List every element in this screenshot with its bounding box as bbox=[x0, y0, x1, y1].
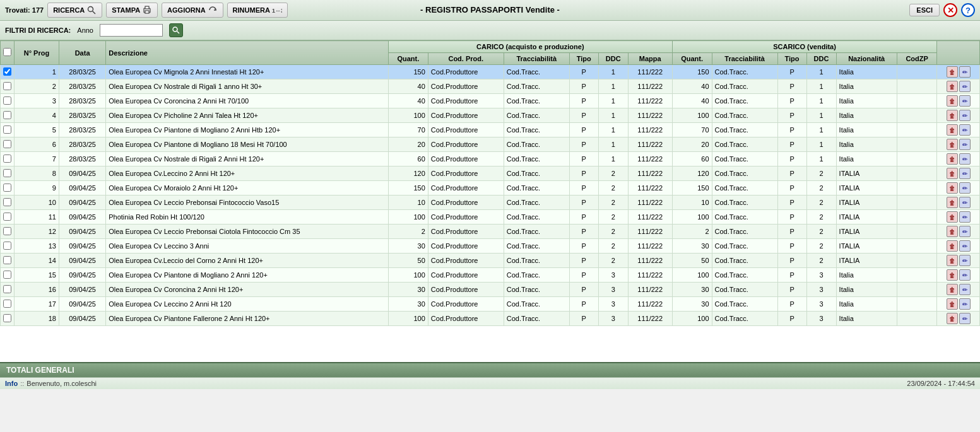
row-checkbox[interactable] bbox=[3, 155, 11, 163]
row-delete-button[interactable]: 🗑 bbox=[947, 298, 958, 310]
row-delete-button[interactable]: 🗑 bbox=[947, 124, 958, 136]
anno-input[interactable] bbox=[100, 24, 163, 37]
row-checkbox-cell[interactable] bbox=[1, 239, 15, 254]
row-checkbox-cell[interactable] bbox=[1, 268, 15, 283]
row-checkbox[interactable] bbox=[3, 140, 11, 148]
row-checkbox[interactable] bbox=[3, 111, 11, 119]
row-checkbox-cell[interactable] bbox=[1, 254, 15, 268]
aggiorna-button[interactable]: AGGIORNA bbox=[162, 3, 223, 18]
row-checkbox-cell[interactable] bbox=[1, 152, 15, 166]
rinumera-button[interactable]: RINUMERA 1↔3 bbox=[227, 3, 288, 18]
row-delete-button[interactable]: 🗑 bbox=[947, 139, 958, 150]
select-all-header[interactable] bbox=[1, 41, 15, 65]
ricerca-button[interactable]: RICERCA bbox=[47, 3, 102, 18]
row-delete-button[interactable]: 🗑 bbox=[947, 168, 958, 179]
row-date: 28/03/25 bbox=[59, 123, 105, 137]
row-s-codzp bbox=[897, 79, 937, 94]
row-checkbox[interactable] bbox=[3, 126, 11, 134]
row-delete-button[interactable]: 🗑 bbox=[947, 284, 958, 295]
row-checkbox[interactable] bbox=[3, 300, 11, 308]
row-actions-cell: 🗑 ✏ bbox=[937, 94, 980, 108]
row-checkbox-cell[interactable] bbox=[1, 210, 15, 225]
anno-search-button[interactable] bbox=[169, 23, 183, 37]
row-s-tipo: P bbox=[777, 79, 806, 94]
row-c-cod: Cod.Produttore bbox=[428, 312, 504, 326]
row-checkbox-cell[interactable] bbox=[1, 137, 15, 152]
help-button[interactable]: ? bbox=[961, 3, 975, 17]
row-checkbox[interactable] bbox=[3, 82, 11, 90]
row-edit-button[interactable]: ✏ bbox=[959, 81, 971, 92]
row-delete-button[interactable]: 🗑 bbox=[947, 182, 958, 194]
row-s-codzp bbox=[897, 283, 937, 297]
row-edit-button[interactable]: ✏ bbox=[959, 95, 971, 107]
row-delete-button[interactable]: 🗑 bbox=[947, 255, 958, 266]
row-checkbox[interactable] bbox=[3, 242, 11, 250]
row-checkbox-cell[interactable] bbox=[1, 312, 15, 326]
row-checkbox[interactable] bbox=[3, 213, 11, 221]
row-checkbox-cell[interactable] bbox=[1, 283, 15, 297]
select-all-checkbox[interactable] bbox=[3, 48, 11, 56]
data-table-wrapper: N° Prog Data Descrizione CARICO (acquist… bbox=[0, 40, 980, 362]
close-button[interactable]: ✕ bbox=[943, 3, 957, 17]
table-row: 18 09/04/25 Olea Europea Cv Piantone Fal… bbox=[1, 312, 980, 326]
row-delete-button[interactable]: 🗑 bbox=[947, 95, 958, 107]
row-edit-button[interactable]: ✏ bbox=[959, 168, 971, 179]
row-edit-button[interactable]: ✏ bbox=[959, 110, 971, 121]
row-delete-button[interactable]: 🗑 bbox=[947, 226, 958, 237]
row-checkbox[interactable] bbox=[3, 169, 11, 177]
row-delete-button[interactable]: 🗑 bbox=[947, 110, 958, 121]
row-edit-button[interactable]: ✏ bbox=[959, 139, 971, 150]
row-checkbox-cell[interactable] bbox=[1, 181, 15, 196]
row-checkbox[interactable] bbox=[3, 184, 11, 192]
row-c-tipo: P bbox=[569, 312, 598, 326]
row-delete-button[interactable]: 🗑 bbox=[947, 153, 958, 165]
row-edit-button[interactable]: ✏ bbox=[959, 298, 971, 310]
row-checkbox[interactable] bbox=[3, 67, 11, 76]
row-edit-button[interactable]: ✏ bbox=[959, 211, 971, 223]
row-delete-button[interactable]: 🗑 bbox=[947, 197, 958, 208]
row-checkbox-cell[interactable] bbox=[1, 196, 15, 210]
row-checkbox-cell[interactable] bbox=[1, 166, 15, 181]
row-delete-button[interactable]: 🗑 bbox=[947, 211, 958, 223]
row-edit-button[interactable]: ✏ bbox=[959, 313, 971, 324]
row-delete-button[interactable]: 🗑 bbox=[947, 81, 958, 92]
row-s-naz: Italia bbox=[836, 79, 897, 94]
row-checkbox[interactable] bbox=[3, 96, 11, 105]
row-checkbox-cell[interactable] bbox=[1, 79, 15, 94]
esci-button[interactable]: ESCI bbox=[909, 4, 940, 16]
row-checkbox[interactable] bbox=[3, 256, 11, 264]
stampa-button[interactable]: STAMPA bbox=[106, 3, 158, 18]
row-checkbox-cell[interactable] bbox=[1, 225, 15, 239]
row-checkbox[interactable] bbox=[3, 285, 11, 293]
row-edit-button[interactable]: ✏ bbox=[959, 240, 971, 252]
row-c-mappa: 111/222 bbox=[628, 239, 672, 254]
row-date: 09/04/25 bbox=[59, 254, 105, 268]
row-edit-button[interactable]: ✏ bbox=[959, 226, 971, 237]
row-desc: Olea Europea Cv.Leccino 2 Anni Ht 120+ bbox=[106, 166, 389, 181]
row-c-cod: Cod.Produttore bbox=[428, 152, 504, 166]
row-actions-cell: 🗑 ✏ bbox=[937, 268, 980, 283]
row-edit-button[interactable]: ✏ bbox=[959, 66, 971, 78]
row-checkbox-cell[interactable] bbox=[1, 297, 15, 312]
row-delete-button[interactable]: 🗑 bbox=[947, 313, 958, 324]
row-checkbox[interactable] bbox=[3, 271, 11, 279]
row-edit-button[interactable]: ✏ bbox=[959, 284, 971, 295]
row-checkbox-cell[interactable] bbox=[1, 65, 15, 79]
row-edit-button[interactable]: ✏ bbox=[959, 182, 971, 194]
row-checkbox[interactable] bbox=[3, 227, 11, 235]
row-delete-button[interactable]: 🗑 bbox=[947, 240, 958, 252]
row-date: 09/04/25 bbox=[59, 297, 105, 312]
row-checkbox-cell[interactable] bbox=[1, 108, 15, 123]
row-checkbox[interactable] bbox=[3, 198, 11, 206]
row-edit-button[interactable]: ✏ bbox=[959, 153, 971, 165]
row-edit-button[interactable]: ✏ bbox=[959, 269, 971, 281]
row-checkbox-cell[interactable] bbox=[1, 123, 15, 137]
row-delete-button[interactable]: 🗑 bbox=[947, 66, 958, 78]
row-edit-button[interactable]: ✏ bbox=[959, 255, 971, 266]
row-edit-button[interactable]: ✏ bbox=[959, 197, 971, 208]
row-actions-cell: 🗑 ✏ bbox=[937, 65, 980, 79]
row-edit-button[interactable]: ✏ bbox=[959, 124, 971, 136]
row-checkbox[interactable] bbox=[3, 314, 11, 322]
row-delete-button[interactable]: 🗑 bbox=[947, 269, 958, 281]
row-checkbox-cell[interactable] bbox=[1, 94, 15, 108]
